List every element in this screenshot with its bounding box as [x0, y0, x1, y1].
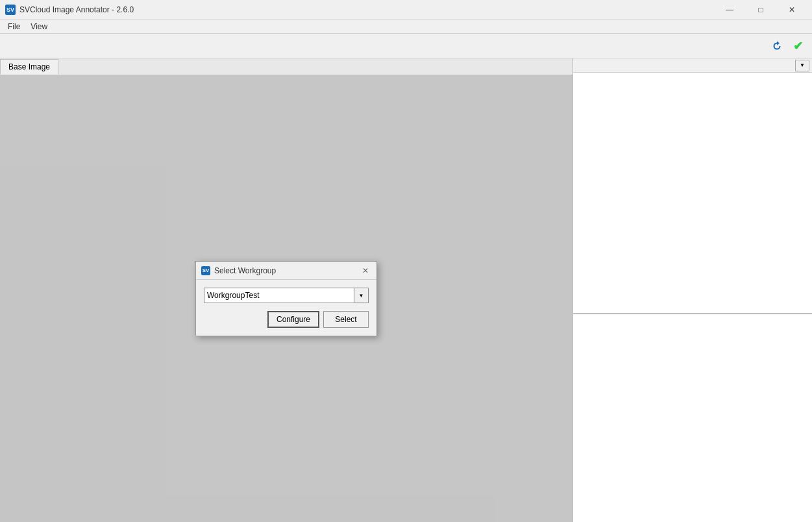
maximize-button[interactable]: □	[746, 0, 776, 19]
right-top-panel: ▼	[573, 58, 812, 314]
right-panel: ▼	[573, 58, 812, 522]
title-bar: SV SVCloud Image Annotator - 2.6.0 — □ ✕	[0, 0, 812, 19]
select-button[interactable]: Select	[323, 311, 369, 328]
menu-view[interactable]: View	[25, 21, 53, 32]
select-workgroup-dialog: SV Select Workgroup ✕ ▼ Config	[195, 261, 377, 336]
check-icon: ✔	[793, 39, 803, 53]
toolbar: ✔	[0, 34, 812, 58]
tab-bar: Base Image	[0, 58, 572, 75]
workgroup-input[interactable]	[204, 288, 354, 303]
canvas-area: Load Image Directory / Connect... SV Sel…	[0, 75, 572, 522]
tab-base-image[interactable]: Base Image	[0, 59, 58, 75]
dialog-buttons: Configure Select	[204, 311, 369, 328]
app-icon: SV	[5, 5, 16, 15]
refresh-button[interactable]	[768, 37, 786, 55]
configure-button[interactable]: Configure	[267, 311, 319, 328]
minimize-button[interactable]: —	[715, 0, 744, 19]
dialog-overlay: SV Select Workgroup ✕ ▼ Config	[0, 75, 572, 522]
left-panel: Base Image Load Image Directory / Connec…	[0, 58, 573, 522]
right-bottom-panel	[573, 314, 812, 522]
menu-file[interactable]: File	[3, 21, 25, 32]
title-bar-controls: — □ ✕	[715, 0, 807, 19]
combo-dropdown-arrow[interactable]: ▼	[354, 288, 369, 303]
dialog-body: ▼ Configure Select	[196, 280, 376, 336]
dialog-app-icon: SV	[201, 266, 210, 275]
workgroup-combobox-row: ▼	[204, 288, 369, 303]
title-bar-left: SV SVCloud Image Annotator - 2.6.0	[5, 5, 134, 15]
dialog-title: Select Workgroup	[214, 266, 276, 275]
app-title: SVCloud Image Annotator - 2.6.0	[19, 5, 134, 14]
dialog-title-left: SV Select Workgroup	[201, 266, 276, 275]
dialog-close-button[interactable]: ✕	[360, 265, 371, 277]
right-top-header: ▼	[573, 58, 812, 73]
refresh-icon	[771, 40, 783, 52]
main-layout: Base Image Load Image Directory / Connec…	[0, 58, 812, 522]
dialog-title-bar: SV Select Workgroup ✕	[196, 262, 376, 280]
menu-bar: File View	[0, 19, 812, 34]
close-button[interactable]: ✕	[777, 0, 807, 19]
check-button[interactable]: ✔	[789, 37, 807, 55]
right-panel-dropdown[interactable]: ▼	[795, 60, 809, 71]
